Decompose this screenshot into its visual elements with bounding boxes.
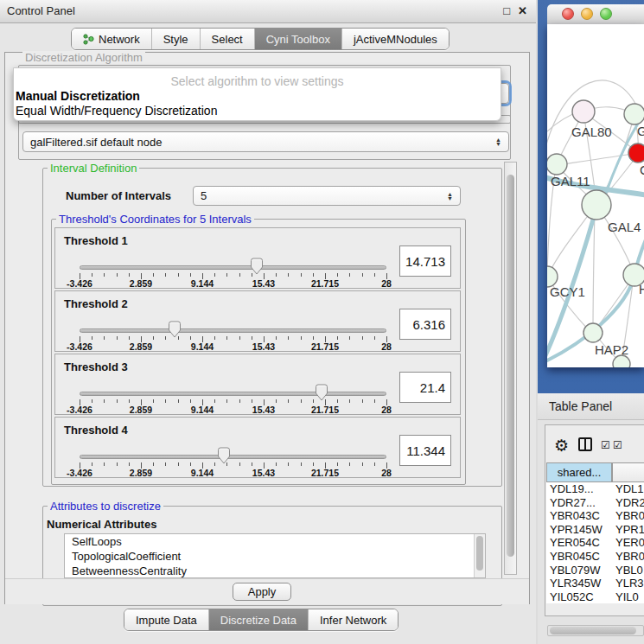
network-canvas[interactable]: GAL80GACGAL11GAL4GCY1HHAP2 bbox=[547, 24, 644, 367]
table-data-combobox[interactable]: galFiltered.sif default node ▲▼ bbox=[22, 131, 509, 152]
slider-tick bbox=[276, 273, 277, 277]
table-row[interactable]: YDR27...YDR2 bbox=[546, 496, 644, 510]
slider-thumb[interactable] bbox=[217, 447, 231, 464]
slider-tick bbox=[129, 273, 130, 277]
slider-tick bbox=[190, 273, 191, 277]
table-row[interactable]: YDL19...YDL1 bbox=[546, 482, 644, 496]
table-row[interactable]: YLR345WYLR3 bbox=[546, 577, 644, 590]
network-node[interactable] bbox=[613, 355, 630, 367]
tab-cyni-toolbox[interactable]: Cyni Toolbox bbox=[254, 29, 341, 49]
table-data-value: galFiltered.sif default node bbox=[30, 136, 162, 149]
table-row[interactable]: YPR145WYPR1 bbox=[546, 523, 644, 537]
tab-jactivemnodules[interactable]: jActiveMNodules bbox=[341, 29, 449, 49]
threshold-value-field[interactable]: 14.713 bbox=[399, 245, 451, 277]
slider-tick-label: 28 bbox=[381, 405, 392, 415]
table-row[interactable]: YBR045CYBR0 bbox=[546, 550, 644, 564]
slider-tick bbox=[117, 336, 118, 340]
algorithm-option-manual[interactable]: Manual Discretization bbox=[16, 89, 140, 103]
panel-scrollbar[interactable] bbox=[504, 162, 517, 575]
apply-button[interactable]: Apply bbox=[233, 583, 291, 601]
slider-tick bbox=[301, 462, 302, 466]
threshold-value-field[interactable]: 21.4 bbox=[399, 372, 451, 403]
cell-name: YER0 bbox=[612, 536, 644, 550]
network-node[interactable] bbox=[582, 190, 611, 220]
slider-tick bbox=[252, 399, 252, 403]
attribute-item-selfloops[interactable]: SelfLoops bbox=[65, 534, 485, 549]
slider-tick bbox=[165, 336, 166, 340]
control-panel-window: Control Panel □ ✕ NetworkStyleSelectCyni… bbox=[0, 0, 536, 644]
cell-name: YBL0 bbox=[612, 564, 644, 577]
table-horizontal-scrollbar[interactable] bbox=[547, 625, 644, 636]
minimize-traffic-light[interactable] bbox=[581, 8, 593, 20]
node-label: GAL4 bbox=[608, 220, 641, 234]
slider-track[interactable] bbox=[80, 328, 386, 333]
table-hscrollbar-thumb[interactable] bbox=[550, 627, 636, 634]
threshold-value-field[interactable]: 11.344 bbox=[399, 435, 451, 466]
slider-tick bbox=[117, 273, 118, 277]
slider-tick bbox=[349, 336, 350, 340]
numerical-attributes-list[interactable]: SelfLoopsTopologicalCoefficientBetweenne… bbox=[64, 533, 486, 578]
gear-icon[interactable]: ⚙ bbox=[554, 436, 569, 456]
split-columns-icon[interactable] bbox=[578, 437, 592, 451]
tab-infer-network[interactable]: Infer Network bbox=[308, 609, 398, 630]
tab-select[interactable]: Select bbox=[200, 29, 254, 49]
column-header-name[interactable]: n bbox=[612, 462, 644, 482]
close-traffic-light[interactable] bbox=[562, 8, 574, 20]
network-node[interactable] bbox=[628, 143, 644, 163]
float-window-icon[interactable]: □ bbox=[503, 4, 510, 17]
slider-tick bbox=[374, 336, 375, 340]
network-node[interactable] bbox=[583, 323, 603, 342]
slider-track[interactable] bbox=[80, 392, 386, 396]
table-row[interactable]: YBR043CYBR0 bbox=[546, 509, 644, 523]
slider-tick bbox=[104, 336, 105, 340]
slider-tick bbox=[362, 399, 363, 403]
zoom-traffic-light[interactable] bbox=[600, 8, 612, 20]
tab-network[interactable]: Network bbox=[72, 29, 151, 49]
attributes-scrollbar-thumb[interactable] bbox=[476, 536, 483, 571]
cell-shared-name: YLR345W bbox=[546, 577, 612, 590]
slider-tick-label: 21.715 bbox=[311, 468, 339, 478]
table-row[interactable]: YIL052CYIL0 bbox=[546, 590, 644, 604]
slider-tick bbox=[362, 462, 363, 466]
slider-thumb[interactable] bbox=[250, 258, 264, 275]
slider-track[interactable] bbox=[80, 265, 386, 270]
control-panel-tabbar: NetworkStyleSelectCyni ToolboxjActiveMNo… bbox=[71, 28, 450, 50]
column-header-shared-name[interactable]: shared... bbox=[546, 462, 612, 482]
slider-tick-label: 9.144 bbox=[191, 405, 214, 415]
cyni-toolbox-content: Discretization Algorithm ▲▼ Select algor… bbox=[4, 52, 530, 604]
cell-name: YBR0 bbox=[612, 550, 644, 564]
screen: Control Panel □ ✕ NetworkStyleSelectCyni… bbox=[0, 0, 644, 644]
close-icon[interactable]: ✕ bbox=[518, 4, 527, 17]
network-view-window: GAL80GACGAL11GAL4GCY1HHAP2 bbox=[538, 0, 644, 393]
threshold-value-field[interactable]: 6.316 bbox=[399, 309, 451, 340]
network-node[interactable] bbox=[572, 100, 595, 123]
tab-discretize-data[interactable]: Discretize Data bbox=[208, 609, 308, 630]
table-panel-body: ⚙ ☑ ☑ shared... n YDL19...YDL1YDR27...YD… bbox=[545, 424, 644, 616]
attribute-item-topologicalcoefficient[interactable]: TopologicalCoefficient bbox=[65, 549, 485, 564]
table-row[interactable]: YER054CYER0 bbox=[546, 536, 644, 550]
slider-tick-label: 9.144 bbox=[191, 278, 214, 289]
attribute-item-betweennesscentrality[interactable]: BetweennessCentrality bbox=[65, 564, 485, 578]
attributes-scrollbar[interactable] bbox=[474, 534, 485, 577]
cell-name: YLR3 bbox=[612, 577, 644, 590]
checkbox-checked-icon[interactable]: ☑ bbox=[613, 439, 622, 451]
slider-tick-label: -3.426 bbox=[67, 405, 92, 415]
tab-label: Select bbox=[212, 33, 243, 46]
table-row[interactable]: YBL079WYBL0 bbox=[546, 564, 644, 577]
number-of-intervals-combobox[interactable]: 5 ▲▼ bbox=[193, 186, 461, 206]
slider-tick bbox=[165, 462, 166, 466]
network-node[interactable] bbox=[547, 154, 567, 175]
cell-shared-name: YER054C bbox=[546, 536, 612, 550]
slider-tick bbox=[276, 399, 277, 403]
tab-impute-data[interactable]: Impute Data bbox=[124, 609, 208, 630]
slider-thumb[interactable] bbox=[168, 321, 182, 338]
panel-scrollbar-thumb[interactable] bbox=[507, 175, 514, 557]
algorithm-option-equal-width[interactable]: Equal Width/Frequency Discretization bbox=[16, 104, 217, 118]
slider-tick-label: -3.426 bbox=[67, 341, 92, 352]
network-node[interactable] bbox=[624, 104, 644, 124]
slider-track[interactable] bbox=[80, 455, 386, 459]
slider-thumb[interactable] bbox=[315, 384, 328, 401]
node-label: C bbox=[640, 163, 644, 177]
checkbox-checked-icon[interactable]: ☑ bbox=[601, 439, 610, 451]
tab-style[interactable]: Style bbox=[151, 29, 200, 49]
